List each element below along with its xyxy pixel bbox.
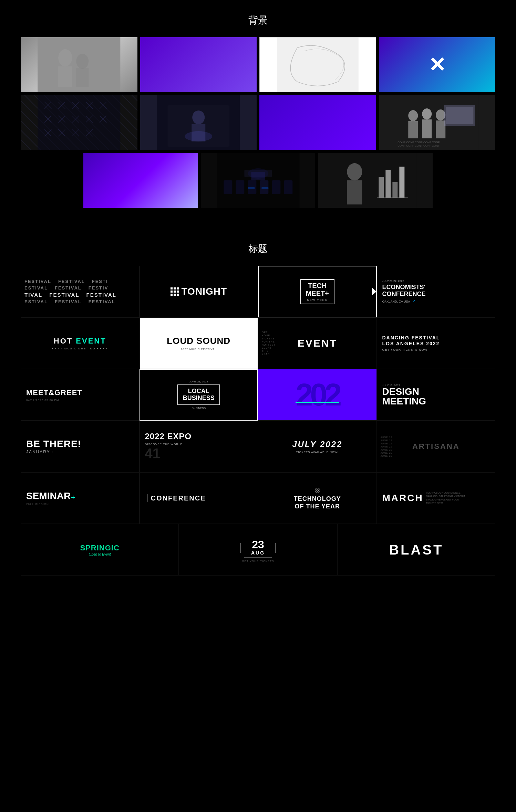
economists-title: ECONOMISTS'CONFERENCE [382,284,426,298]
artisana-title: ARTISANA [412,442,460,451]
local-biz-inner: LOCALBUSINESS [177,384,220,405]
svg-point-38 [192,110,205,124]
background-section: 背景 ✕ [0,0,516,229]
blast-title: BLAST [389,542,443,558]
num202-card: 202 [258,369,377,421]
be-there-plus: + [51,450,54,454]
loud-sound-title: LOUD SOUND [167,336,230,346]
design-meeting-card: JULY 13, 2022 DESIGNMEETING [377,369,496,421]
grid-dot [171,294,173,296]
springic-title: SPRINGIC [80,544,119,552]
seminar-card: SEMINAR+ 2022 MISSION [21,472,140,524]
festival-scroll: FESTIVAL FESTIVAL FESTI ESTIVAL FESTIVAL… [21,275,139,308]
be-there-title: BE THERE! [26,439,81,450]
bg-thumb-outline[interactable] [259,37,376,92]
meet-greet-card: MEET&GREET 04/12/2022 03:00 PM [21,369,140,421]
local-biz-title: LOCALBUSINESS [183,388,215,402]
economists-date: JULY 21-22, 2023 [382,280,404,283]
hot-event-subtitle: • • • • MUSIC MEETING • • • • [52,347,108,350]
svg-point-40 [185,131,212,141]
check-icon: ✓ [412,299,416,304]
svg-rect-66 [347,180,362,204]
july-subtitle: TICKETS AVAILABLE NOW! [296,451,339,454]
event-accent: EVENT [76,337,106,345]
seminar-plus-icon: + [71,494,75,502]
tech-meet-card: TECHMEET+ NEW YORK [258,266,377,317]
expo-card: 2022 EXPO DISCOVER THE WORLD 41 [140,421,258,472]
aug23-card: 23 AUG GET YOUR TICKETS [179,524,337,576]
bg-thumb-speaker[interactable] [318,153,433,208]
be-there-subtitle: JANUARY + [26,450,54,454]
july2022-card: JULY 2022 TICKETS AVAILABLE NOW! [258,421,377,472]
bg-thumb-teal-x[interactable]: ✕ [379,37,496,92]
bg-thumb-purple[interactable] [140,37,257,92]
grid-icon [171,287,179,296]
local-biz-subtitle: BUSINESS [192,407,206,410]
expo-num: 41 [145,446,161,461]
loud-sound-card: LOUD SOUND 2022 MUSIC FESTIVAL [140,317,258,369]
titles-section: 标题 FESTIVAL FESTIVAL FESTI ESTIVAL FESTI… [0,229,516,596]
seminar-title: SEMINAR+ [26,491,75,502]
svg-point-44 [422,108,432,119]
grid-dot [177,291,179,293]
springic-subtitle: Open to Event [89,552,111,556]
titles-section-title: 标题 [21,229,495,266]
svg-point-46 [436,109,445,120]
expo-subtitle: DISCOVER THE WORLD [145,443,183,446]
grid-dot [174,294,176,296]
titles-row-4: BE THERE! JANUARY + 2022 EXPO DISCOVER T… [21,421,495,472]
bg-thumb-pattern[interactable] [21,95,137,150]
titles-row-2: HOT EVENT • • • • MUSIC MEETING • • • • … [21,317,495,369]
aug-subtitle: GET YOUR TICKETS [242,560,274,563]
svg-point-65 [347,163,362,180]
tech-meet-subtitle: NEW YORK [307,298,328,302]
svg-rect-69 [393,182,398,198]
svg-rect-54 [236,180,244,194]
bg-thumb-robot[interactable] [140,95,257,150]
grid-dot [174,291,176,293]
be-there-card: BE THERE! JANUARY + [21,421,140,472]
bg-thumb-grayscale[interactable] [21,37,137,92]
economists-location: OAKLAND, CA USA ✓ [382,299,416,304]
artisana-card: JUNE 22 JUNE 22 JUNE 22 JUNE 22 JUNE 22 … [377,421,496,472]
svg-rect-49 [446,107,473,124]
bg-thumb-purple-solid[interactable] [259,95,376,150]
bg-thumb-purple-blue[interactable] [83,153,198,208]
bg-thumb-conference[interactable]: CONF CONF CONF CONF CONF CONF CONF CONF … [379,95,496,150]
bg-thumb-theater[interactable] [201,153,316,208]
dancing-festival-subtitle: GET YOUR TICKETS NOW [382,348,428,351]
festival-row-3: TIVAL FESTIVAL FESTIVAL [24,292,136,298]
svg-rect-5 [38,37,120,92]
event-card: GET YOUR TICKETS FOR THE HOTTEST EVENT T… [258,317,377,369]
festival-row-4: ESTIVAL FESTIVAL FESTIVAL [24,299,136,304]
x-icon: ✕ [429,53,446,77]
grid-dot [171,287,173,289]
march-main: MARCH TECHNOLOGY CONFERENCE OAKLAND, CAL… [382,491,467,505]
expo-title: 2022 EXPO [145,432,192,441]
num202-text: 202 [296,378,339,412]
background-title: 背景 [21,0,495,37]
grid-dot [171,291,173,293]
hot-event-card: HOT EVENT • • • • MUSIC MEETING • • • • [21,317,140,369]
event-main-title: EVENT [298,337,337,349]
july-title: JULY 2022 [292,440,342,449]
economists-card: JULY 21-22, 2023 ECONOMISTS'CONFERENCE O… [377,266,496,317]
titles-row-1: FESTIVAL FESTIVAL FESTI ESTIVAL FESTIVAL… [21,266,495,317]
svg-rect-6 [277,38,359,92]
hot-event-title: HOT EVENT [54,337,106,346]
bg-row-3 [83,153,433,208]
dancing-festival-card: DANCING FESTIVALLOS ANGELES 2022 GET YOU… [377,317,496,369]
svg-rect-70 [400,167,405,198]
march-subtitle: TECHNOLOGY CONFERENCE OAKLAND, CALIFORNI… [426,491,467,505]
meet-greet-title: MEET&GREET [26,388,82,397]
tonight-label: TONIGHT [182,286,227,297]
march-title: MARCH [382,493,423,504]
dancing-festival-title: DANCING FESTIVALLOS ANGELES 2022 [382,335,440,347]
artisana-dates: JUNE 22 JUNE 22 JUNE 22 JUNE 22 JUNE 22 … [381,436,393,457]
tech-meet-arrow [372,287,376,296]
svg-rect-67 [379,177,384,198]
svg-rect-68 [386,170,391,198]
tech-meet-inner: TECHMEET+ NEW YORK [300,279,334,304]
aug-borders: 23 AUG [244,537,272,558]
local-biz-date: JUNE 21, 2022 [189,380,208,383]
